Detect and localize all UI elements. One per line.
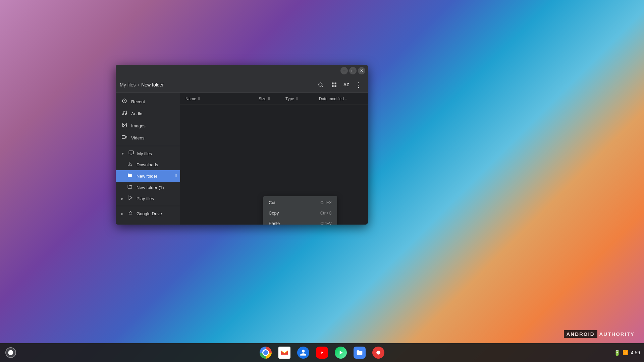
search-button[interactable] (315, 79, 326, 90)
sidebar-item-playfiles[interactable]: ▶ Play files (116, 193, 180, 204)
context-cut-shortcut: Ctrl+X (320, 200, 332, 205)
sidebar-playfiles-label: Play files (137, 196, 154, 201)
svg-rect-2 (332, 82, 333, 84)
launcher-button[interactable] (4, 346, 17, 359)
myfiles-expand-arrow: ▼ (121, 152, 124, 156)
taskbar-chrome[interactable] (258, 345, 274, 361)
sidebar-item-myfiles[interactable]: ▼ My files (116, 148, 180, 159)
newfolder1-icon (126, 184, 133, 190)
context-paste-label: Paste (269, 221, 280, 225)
svg-marker-15 (129, 196, 132, 200)
context-copy[interactable]: Copy Ctrl+C (263, 208, 337, 218)
svg-rect-13 (129, 151, 133, 154)
sidebar-item-videos[interactable]: Videos (116, 132, 180, 144)
sidebar-images-label: Images (131, 123, 146, 128)
col-date-label: Date modified (319, 97, 344, 101)
chrome-icon (260, 347, 272, 359)
search-icon (318, 82, 324, 88)
breadcrumb: My files › New folder (120, 82, 313, 87)
taskbar-files[interactable] (352, 345, 368, 361)
contacts-icon (297, 347, 309, 359)
taskbar-center (258, 345, 386, 361)
sidebar-divider-1 (116, 146, 180, 146)
col-type-label: Type (285, 97, 294, 101)
svg-rect-3 (334, 82, 336, 84)
close-button[interactable]: ✕ (358, 67, 365, 74)
svg-point-19 (376, 351, 380, 355)
svg-point-16 (8, 350, 13, 355)
watermark-android: ANDROID (564, 330, 597, 338)
file-manager-window: ─ □ ✕ My files › New folder (116, 65, 368, 225)
context-paste[interactable]: Paste Ctrl+V (263, 218, 337, 225)
maximize-button[interactable]: □ (349, 67, 357, 74)
myfiles-icon (128, 150, 135, 157)
svg-point-0 (319, 83, 322, 86)
col-name-sort-icon: ⠿ (198, 97, 200, 101)
grid-view-button[interactable] (329, 79, 339, 90)
more-options-button[interactable]: ⋮ (353, 79, 364, 90)
svg-rect-4 (332, 85, 333, 87)
breadcrumb-current: New folder (141, 82, 164, 87)
sidebar-googledrive-label: Google Drive (137, 211, 162, 216)
breadcrumb-parent[interactable]: My files (120, 82, 136, 87)
svg-point-8 (125, 113, 126, 115)
col-type[interactable]: Type ⠿ (285, 97, 319, 101)
downloads-icon (126, 162, 133, 168)
wifi-icon: 📶 (623, 350, 628, 355)
battery-icon: 🔋 (614, 350, 621, 356)
googledrive-expand-arrow: ▶ (121, 212, 124, 216)
taskbar-contacts[interactable] (295, 345, 311, 361)
sidebar-item-newfolder1[interactable]: New folder (1) (116, 182, 180, 193)
sidebar-item-images[interactable]: Images (116, 120, 180, 132)
col-size-sort-icon: ⠿ (268, 97, 270, 101)
context-cut-label: Cut (269, 200, 275, 205)
svg-marker-17 (321, 352, 323, 354)
taskbar-playstore[interactable] (333, 345, 349, 361)
sort-button[interactable]: AZ (342, 79, 351, 90)
sidebar-item-googledrive[interactable]: ▶ Google Drive (116, 208, 180, 219)
sidebar-item-recent[interactable]: Recent (116, 96, 180, 108)
watermark: ANDROID AUTHORITY (564, 330, 636, 338)
svg-marker-11 (125, 136, 127, 138)
toolbar: My files › New folder (116, 77, 368, 93)
taskbar-screenrecord[interactable] (370, 345, 386, 361)
recent-icon (121, 98, 128, 105)
sidebar-item-downloads[interactable]: Downloads (116, 159, 180, 170)
playfiles-icon (127, 195, 134, 202)
screenrecord-icon (372, 347, 384, 359)
titlebar: ─ □ ✕ (116, 65, 368, 77)
videos-icon (121, 134, 128, 141)
context-cut[interactable]: Cut Ctrl+X (263, 197, 337, 208)
sidebar-newfolder1-label: New folder (1) (137, 185, 164, 190)
context-copy-shortcut: Ctrl+C (320, 211, 332, 216)
sidebar-recent-label: Recent (131, 99, 145, 104)
audio-icon (121, 110, 128, 117)
newfolder-icon (126, 173, 133, 179)
column-headers: Name ⠿ Size ⠿ Type ⠿ Date modified ↓ (180, 93, 368, 105)
sidebar-myfiles-label: My files (137, 151, 152, 156)
sidebar-item-audio[interactable]: Audio (116, 108, 180, 120)
toolbar-actions: AZ ⋮ (315, 79, 364, 90)
sidebar-videos-label: Videos (131, 135, 145, 140)
context-menu: Cut Ctrl+X Copy Ctrl+C Paste Ctrl+V New … (263, 196, 337, 225)
context-paste-shortcut: Ctrl+V (320, 221, 332, 225)
taskbar-gmail[interactable] (276, 345, 292, 361)
svg-point-10 (123, 124, 124, 125)
sidebar-newfolder-label: New folder (137, 174, 157, 179)
gmail-icon (278, 347, 290, 359)
col-name[interactable]: Name ⠿ (185, 97, 259, 101)
grid-icon (331, 82, 337, 88)
desktop: ─ □ ✕ My files › New folder (0, 0, 644, 362)
sidebar-item-newfolder[interactable]: New folder ⠿ (116, 170, 180, 182)
col-type-sort-icon: ⠿ (296, 97, 298, 101)
watermark-authority: AUTHORITY (598, 330, 636, 338)
images-icon (121, 122, 128, 129)
taskbar-youtube[interactable] (314, 345, 330, 361)
minimize-button[interactable]: ─ (340, 67, 348, 74)
col-date[interactable]: Date modified ↓ (319, 97, 363, 101)
youtube-icon (316, 347, 328, 359)
googledrive-icon (127, 210, 134, 217)
clock[interactable]: 4:59 (631, 350, 640, 355)
taskbar-left (4, 346, 17, 359)
col-size[interactable]: Size ⠿ (259, 97, 285, 101)
